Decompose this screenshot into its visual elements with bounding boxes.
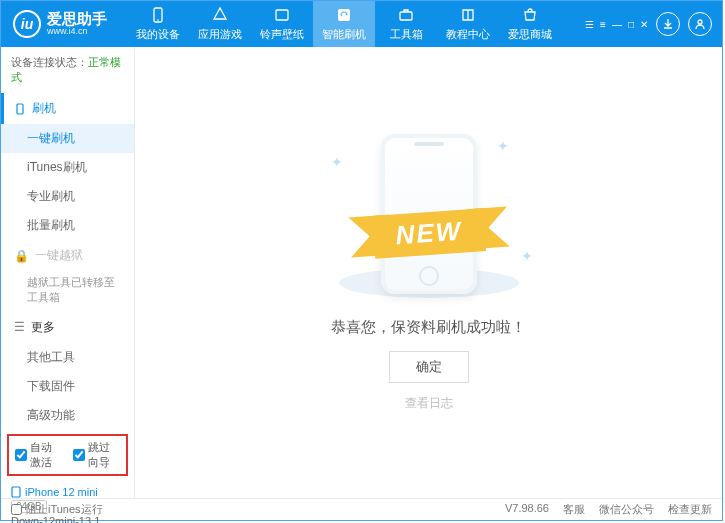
- app-title: 爱思助手: [47, 11, 107, 28]
- jailbreak-note: 越狱工具已转移至工具箱: [1, 271, 134, 312]
- app-url: www.i4.cn: [47, 27, 107, 37]
- toolbox-icon: [397, 6, 415, 24]
- options-highlight-box: 自动激活 跳过向导: [7, 434, 128, 476]
- success-illustration: ✦ ✦ ✦ NEW: [319, 134, 539, 304]
- section-title: 刷机: [32, 100, 56, 117]
- svg-rect-6: [17, 104, 23, 114]
- sidebar-item-other[interactable]: 其他工具: [1, 343, 134, 372]
- sparkle-icon: ✦: [497, 138, 509, 154]
- check-update-link[interactable]: 检查更新: [668, 502, 712, 517]
- nav-label: 爱思商城: [508, 27, 552, 42]
- lock-icon: 🔒: [14, 249, 29, 263]
- svg-rect-7: [12, 487, 20, 497]
- nav-store[interactable]: 爱思商城: [499, 1, 561, 47]
- sidebar: 设备连接状态：正常模式 刷机 一键刷机 iTunes刷机 专业刷机 批量刷机 🔒…: [1, 47, 135, 498]
- titlebar: iu 爱思助手 www.i4.cn 我的设备 应用游戏 铃声壁纸 智能刷机: [1, 1, 722, 47]
- conn-label: 设备连接状态：: [11, 56, 88, 68]
- section-jailbreak[interactable]: 🔒 一键越狱: [1, 240, 134, 271]
- sidebar-item-pro[interactable]: 专业刷机: [1, 182, 134, 211]
- svg-point-1: [157, 19, 159, 21]
- new-ribbon: NEW: [372, 208, 485, 259]
- sidebar-item-batch[interactable]: 批量刷机: [1, 211, 134, 240]
- wechat-link[interactable]: 微信公众号: [599, 502, 654, 517]
- window-controls: ☰ ≡ — □ ✕: [585, 19, 648, 30]
- main-nav: 我的设备 应用游戏 铃声壁纸 智能刷机 工具箱 教程中心: [127, 1, 561, 47]
- sidebar-item-oneclick[interactable]: 一键刷机: [1, 124, 134, 153]
- close-icon[interactable]: ✕: [640, 19, 648, 30]
- nav-flash[interactable]: 智能刷机: [313, 1, 375, 47]
- minimize-icon[interactable]: —: [612, 19, 622, 30]
- pin-icon[interactable]: ≡: [600, 19, 606, 30]
- logo-area[interactable]: iu 爱思助手 www.i4.cn: [1, 10, 119, 38]
- checkbox-input[interactable]: [11, 504, 22, 515]
- svg-rect-4: [400, 12, 412, 20]
- view-log-link[interactable]: 查看日志: [405, 395, 453, 412]
- svg-point-5: [698, 20, 702, 24]
- device-name: iPhone 12 mini: [11, 486, 124, 498]
- device-icon: [11, 486, 21, 498]
- app-logo-icon: iu: [13, 10, 41, 38]
- wallpaper-icon: [273, 6, 291, 24]
- flash-icon: [335, 6, 353, 24]
- nav-label: 教程中心: [446, 27, 490, 42]
- more-icon: ☰: [14, 320, 25, 334]
- section-more[interactable]: ☰ 更多: [1, 312, 134, 343]
- menu-icon[interactable]: ☰: [585, 19, 594, 30]
- checkbox-auto-activate[interactable]: 自动激活: [15, 440, 63, 470]
- checkbox-block-itunes[interactable]: 阻止iTunes运行: [11, 502, 103, 517]
- nav-ringtones[interactable]: 铃声壁纸: [251, 1, 313, 47]
- connection-status: 设备连接状态：正常模式: [1, 47, 134, 93]
- sparkle-icon: ✦: [331, 154, 343, 170]
- ok-button[interactable]: 确定: [389, 351, 469, 383]
- sparkle-icon: ✦: [521, 248, 533, 264]
- nav-tutorials[interactable]: 教程中心: [437, 1, 499, 47]
- nav-label: 智能刷机: [322, 27, 366, 42]
- nav-label: 工具箱: [390, 27, 423, 42]
- store-icon: [521, 6, 539, 24]
- sidebar-item-firmware[interactable]: 下载固件: [1, 372, 134, 401]
- nav-label: 铃声壁纸: [260, 27, 304, 42]
- checkbox-input[interactable]: [73, 449, 85, 461]
- section-title: 一键越狱: [35, 247, 83, 264]
- phone-icon: [149, 6, 167, 24]
- main-content: ✦ ✦ ✦ NEW 恭喜您，保资料刷机成功啦！ 确定 查看日志: [135, 47, 722, 498]
- apps-icon: [211, 6, 229, 24]
- user-button[interactable]: [688, 12, 712, 36]
- support-link[interactable]: 客服: [563, 502, 585, 517]
- checkbox-skip-guide[interactable]: 跳过向导: [73, 440, 121, 470]
- titlebar-right: ☰ ≡ — □ ✕: [585, 12, 722, 36]
- download-button[interactable]: [656, 12, 680, 36]
- checkbox-input[interactable]: [15, 449, 27, 461]
- app-window: iu 爱思助手 www.i4.cn 我的设备 应用游戏 铃声壁纸 智能刷机: [0, 0, 723, 521]
- version-label: V7.98.66: [505, 502, 549, 517]
- phone-small-icon: [14, 103, 26, 115]
- section-flash[interactable]: 刷机: [1, 93, 134, 124]
- nav-apps[interactable]: 应用游戏: [189, 1, 251, 47]
- svg-rect-2: [276, 10, 288, 20]
- book-icon: [459, 6, 477, 24]
- nav-label: 我的设备: [136, 27, 180, 42]
- sidebar-item-advanced[interactable]: 高级功能: [1, 401, 134, 430]
- svg-rect-3: [338, 9, 350, 21]
- success-message: 恭喜您，保资料刷机成功啦！: [331, 318, 526, 337]
- sidebar-item-itunes[interactable]: iTunes刷机: [1, 153, 134, 182]
- section-title: 更多: [31, 319, 55, 336]
- nav-my-device[interactable]: 我的设备: [127, 1, 189, 47]
- nav-label: 应用游戏: [198, 27, 242, 42]
- nav-toolbox[interactable]: 工具箱: [375, 1, 437, 47]
- maximize-icon[interactable]: □: [628, 19, 634, 30]
